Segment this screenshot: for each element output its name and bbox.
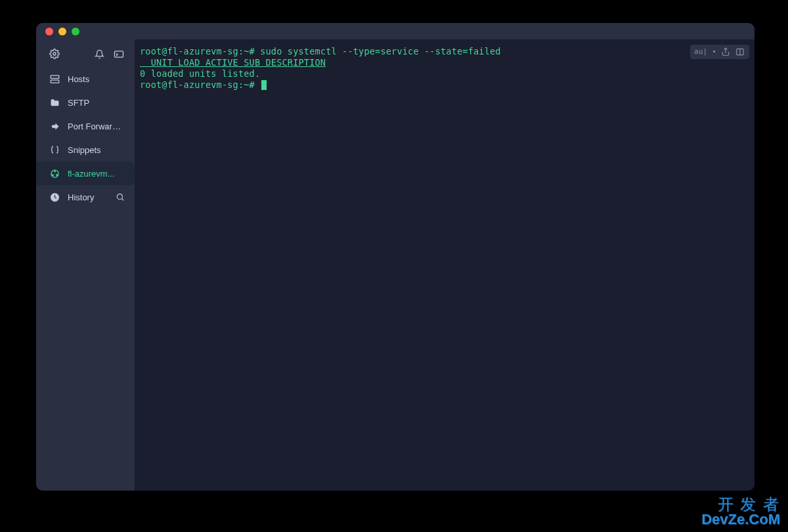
terminal-line: UNIT LOAD ACTIVE SUB DESCRIPTION <box>140 57 749 68</box>
folder-icon <box>49 97 60 108</box>
search-icon[interactable] <box>115 192 125 202</box>
svg-point-8 <box>52 174 53 175</box>
svg-point-11 <box>117 194 122 199</box>
sidebar-item-snippets[interactable]: Snippets <box>36 138 135 162</box>
watermark: 开 发 者 DevZe.CoM <box>701 497 780 527</box>
sidebar-item-history[interactable]: History <box>36 185 135 209</box>
svg-line-12 <box>122 199 124 201</box>
share-icon[interactable] <box>720 47 731 57</box>
content-area: Hosts SFTP Port Forwarding Snippets <box>36 39 755 491</box>
svg-point-7 <box>54 170 55 171</box>
terminal-icon[interactable] <box>114 49 124 59</box>
window-maximize-button[interactable] <box>72 28 79 35</box>
sidebar-item-sftp[interactable]: SFTP <box>36 91 135 114</box>
ubuntu-icon <box>49 168 60 179</box>
sidebar: Hosts SFTP Port Forwarding Snippets <box>36 39 135 491</box>
braces-icon <box>49 144 60 155</box>
window-close-button[interactable] <box>45 28 53 35</box>
terminal-output: root@fl-azurevm-sg:~# sudo systemctl --t… <box>140 46 749 91</box>
clock-icon <box>49 192 60 202</box>
svg-rect-2 <box>51 75 59 78</box>
terminal-line: 0 loaded units listed. <box>140 68 749 79</box>
sidebar-item-port-forwarding[interactable]: Port Forwarding <box>36 114 135 138</box>
sidebar-item-hosts[interactable]: Hosts <box>36 67 135 91</box>
window-minimize-button[interactable] <box>58 28 66 35</box>
sidebar-item-label: SFTP <box>68 98 125 108</box>
svg-rect-3 <box>51 79 59 82</box>
watermark-line2: DevZe.CoM <box>701 512 780 527</box>
titlebar <box>36 23 755 39</box>
sidebar-item-label: History <box>68 192 107 202</box>
app-window: Hosts SFTP Port Forwarding Snippets <box>36 23 755 491</box>
sidebar-top-row <box>36 43 135 67</box>
toolbar-text: au| • <box>694 47 716 56</box>
bell-icon[interactable] <box>94 49 104 59</box>
sidebar-item-session[interactable]: fl-azurevm... <box>36 162 135 185</box>
svg-point-6 <box>51 169 58 177</box>
forward-icon <box>49 121 60 131</box>
terminal-line: root@fl-azurevm-sg:~# sudo systemctl --t… <box>140 46 749 57</box>
sidebar-item-label: fl-azurevm... <box>68 169 125 179</box>
settings-icon[interactable] <box>49 49 60 59</box>
terminal-line: root@fl-azurevm-sg:~# <box>140 79 749 91</box>
terminal-toolbar: au| • <box>690 45 749 59</box>
cursor <box>261 80 267 90</box>
terminal-pane[interactable]: au| • root@fl-azurevm-sg:~# sudo systemc… <box>135 39 755 491</box>
sidebar-item-label: Snippets <box>68 145 125 155</box>
split-icon[interactable] <box>735 47 745 57</box>
svg-rect-1 <box>115 51 123 56</box>
server-icon <box>49 74 60 84</box>
watermark-line1: 开 发 者 <box>701 497 780 512</box>
svg-point-9 <box>56 174 57 175</box>
svg-point-0 <box>53 53 56 55</box>
sidebar-item-label: Port Forwarding <box>68 122 125 131</box>
sidebar-item-label: Hosts <box>68 74 125 84</box>
